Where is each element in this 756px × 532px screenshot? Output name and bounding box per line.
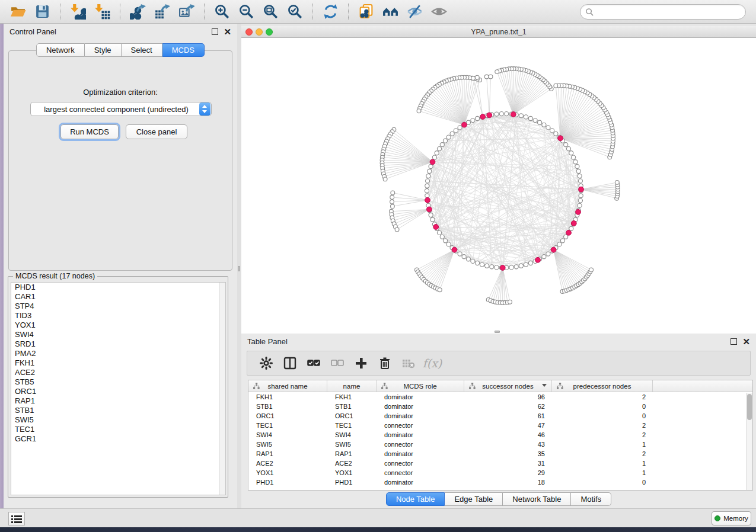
control-panel-title: Control Panel: [9, 27, 56, 36]
hide-selected-button[interactable]: [403, 2, 427, 22]
table-row[interactable]: SWI4SWI4dominator462: [248, 430, 752, 440]
mcds-result-item[interactable]: TID3: [11, 311, 225, 321]
cell-shared-name: TEC1: [248, 421, 327, 430]
open-file-button[interactable]: [6, 2, 30, 22]
mcds-result-item[interactable]: ORC1: [11, 387, 225, 396]
add-column-button[interactable]: [349, 353, 373, 373]
tab-network-table[interactable]: Network Table: [503, 492, 571, 506]
mcds-list-scrollbar[interactable]: [219, 283, 225, 495]
export-network-button[interactable]: [126, 2, 150, 22]
first-neighbors-icon: [382, 4, 398, 20]
toolbar-separator: [60, 4, 60, 20]
column-header-name[interactable]: name: [327, 380, 377, 392]
cell-MCDS-role: dominator: [377, 392, 464, 402]
table-row[interactable]: RAP1RAP1dominator352: [248, 449, 752, 459]
table-row[interactable]: SWI5SWI5connector431: [248, 440, 752, 449]
mcds-result-list[interactable]: PHD1CAR1STP4TID3YOX1SWI4SRD1PMA2FKH1ACE2…: [11, 282, 226, 495]
mcds-result-item[interactable]: GCR1: [11, 434, 225, 444]
table-row[interactable]: YOX1YOX1connector291: [248, 468, 752, 477]
mcds-result-item[interactable]: SRD1: [11, 339, 225, 349]
close-panel-button[interactable]: Close panel: [126, 124, 187, 139]
network-window-titlebar[interactable]: YPA_prune.txt_1: [241, 26, 756, 38]
show-all-button[interactable]: [427, 2, 451, 22]
export-image-icon: [178, 4, 194, 20]
network-graph[interactable]: [241, 38, 756, 334]
clone-network-button[interactable]: [354, 2, 378, 22]
mcds-result-item[interactable]: TEC1: [11, 425, 225, 434]
table-row[interactable]: FKH1FKH1dominator962: [248, 392, 752, 402]
column-header-successor-nodes[interactable]: successor nodes: [464, 380, 552, 392]
mcds-result-item[interactable]: YOX1: [11, 321, 225, 330]
status-menu-button[interactable]: [8, 512, 25, 525]
mcds-result-item[interactable]: SWI4: [11, 330, 225, 339]
delete-column-button[interactable]: [373, 353, 397, 373]
mcds-result-item[interactable]: STB5: [11, 377, 225, 387]
mcds-result-item[interactable]: CAR1: [11, 292, 225, 302]
cell-name: ORC1: [327, 411, 377, 421]
run-mcds-button[interactable]: Run MCDS: [60, 124, 119, 139]
tab-select[interactable]: Select: [122, 43, 162, 57]
column-header-shared-name[interactable]: shared name: [248, 380, 327, 392]
window-minimize-icon[interactable]: [256, 28, 263, 36]
column-type-icon: [557, 383, 563, 389]
first-neighbors-button[interactable]: [378, 2, 403, 22]
control-panel-tabs: NetworkStyleSelectMCDS: [4, 43, 237, 57]
table-row[interactable]: ACE2ACE2connector311: [248, 459, 752, 468]
deselect-all-button[interactable]: [326, 353, 349, 373]
zoom-out-button[interactable]: [234, 2, 259, 22]
network-canvas[interactable]: [241, 38, 756, 334]
apply-layout-button[interactable]: [318, 2, 343, 22]
table-scrollbar[interactable]: [746, 393, 752, 491]
tab-motifs[interactable]: Motifs: [571, 492, 611, 506]
window-close-icon[interactable]: [245, 28, 253, 36]
mcds-result-item[interactable]: STP4: [11, 302, 225, 311]
import-network-button[interactable]: [66, 2, 90, 22]
export-table-button[interactable]: [150, 2, 174, 22]
horizontal-splitter-knob[interactable]: [495, 331, 500, 333]
import-table-button[interactable]: [90, 2, 114, 22]
export-image-button[interactable]: [174, 2, 199, 22]
zoom-in-button[interactable]: [210, 2, 234, 22]
import-network-icon: [70, 4, 86, 20]
search-input[interactable]: [597, 5, 742, 18]
criterion-dropdown[interactable]: largest connected component (undirected): [30, 102, 212, 116]
cell-predecessor-nodes: 0: [552, 411, 653, 421]
save-session-button[interactable]: [30, 2, 55, 22]
zoom-fit-button[interactable]: [259, 2, 283, 22]
table-options-icon: [259, 356, 273, 370]
tab-edge-table[interactable]: Edge Table: [445, 492, 503, 506]
float-panel-icon[interactable]: [212, 28, 218, 35]
mcds-result-item[interactable]: STB1: [11, 406, 225, 415]
mcds-result-item[interactable]: PMA2: [11, 349, 225, 358]
zoom-selected-button[interactable]: [283, 2, 307, 22]
table-row[interactable]: STB1STB1dominator620: [248, 402, 752, 411]
table-row[interactable]: TEC1TEC1connector472: [248, 421, 752, 430]
mcds-result-item[interactable]: RAP1: [11, 396, 225, 406]
table-row[interactable]: PHD1PHD1dominator180: [248, 477, 752, 487]
mcds-result-item[interactable]: FKH1: [11, 358, 225, 368]
cell-predecessor-nodes: 2: [552, 430, 653, 440]
table-row[interactable]: ORC1ORC1dominator610: [248, 411, 752, 421]
column-header-predecessor-nodes[interactable]: predecessor nodes: [552, 380, 653, 392]
close-panel-icon[interactable]: ✕: [224, 28, 231, 35]
tab-mcds[interactable]: MCDS: [162, 43, 205, 57]
mcds-result-item[interactable]: PHD1: [11, 283, 225, 292]
split-panel-button[interactable]: [278, 353, 302, 373]
memory-button[interactable]: Memory: [712, 511, 751, 525]
mcds-result-item[interactable]: SWI5: [11, 415, 225, 425]
float-table-panel-icon[interactable]: [731, 338, 737, 345]
mcds-result-item[interactable]: ACE2: [11, 368, 225, 377]
tab-node-table[interactable]: Node Table: [386, 492, 445, 506]
tab-network[interactable]: Network: [36, 43, 85, 57]
function-builder-button: f(x): [420, 353, 444, 373]
tab-style[interactable]: Style: [85, 43, 122, 57]
vertical-splitter[interactable]: [237, 24, 241, 508]
column-header-MCDS-role[interactable]: MCDS role: [377, 380, 464, 392]
cell-successor-nodes: 18: [464, 477, 552, 487]
table-scrollbar-thumb[interactable]: [747, 394, 752, 420]
window-zoom-icon[interactable]: [266, 28, 273, 36]
column-type-icon: [253, 383, 260, 389]
select-all-button[interactable]: [302, 353, 326, 373]
table-options-button[interactable]: [254, 353, 278, 373]
close-table-panel-icon[interactable]: ✕: [742, 338, 750, 345]
